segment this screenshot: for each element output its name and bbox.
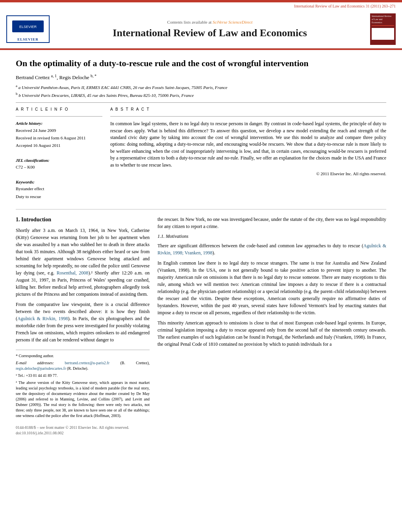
copyright-text: © 2011 Elsevier Inc. All rights reserved…: [110, 171, 386, 177]
article-info-panel: A R T I C L E I N F O Article history: R…: [16, 107, 102, 201]
divider-1: [16, 102, 386, 103]
right-paragraph-4: This minority American approach to omiss…: [157, 319, 386, 348]
sciverse-line: Contents lists available at SciVerse Sci…: [57, 19, 362, 25]
article-history-label: Article history:: [16, 120, 102, 126]
authors-line: Bertrand Crettez a, 1, Regis Deloche b, …: [16, 73, 386, 82]
jel-codes: C72 – K00: [16, 164, 102, 170]
journal-title-header: International Review of Law and Economic…: [57, 27, 362, 39]
email-deloche[interactable]: regis.deloche@parisdescartes.fr: [16, 366, 66, 371]
ref-rosenthal[interactable]: Rosenthal, 2008: [57, 270, 89, 276]
abstract-panel: A B S T R A C T In common law legal syst…: [110, 107, 386, 201]
received-date: Received 24 June 2009: [16, 128, 102, 133]
journal-thumbnail: International Reviewof Law andEconomics: [370, 13, 396, 45]
intro-section-title: 1. Introduction: [16, 216, 150, 224]
citation-text: International Review of Law and Economic…: [294, 4, 396, 8]
footnote-area: * Corresponding author. E-mail addresses…: [16, 350, 150, 419]
keyword-2: Duty to rescue: [16, 194, 102, 200]
article-title: On the optimality of a duty-to-rescue ru…: [16, 58, 386, 69]
footnote-2: ² The above version of the Kitty Genoves…: [16, 380, 150, 419]
right-paragraph-3: In English common law there is no legal …: [157, 260, 386, 316]
info-abstract-section: A R T I C L E I N F O Article history: R…: [16, 107, 386, 201]
journal-header: ELSEVIER ELSEVIER Contents lists availab…: [0, 10, 402, 48]
revised-date: Received in revised form 6 August 2011: [16, 135, 102, 141]
article-info-heading: A R T I C L E I N F O: [16, 107, 102, 112]
sciverse-label: Contents lists available at: [167, 20, 213, 24]
sciverse-link[interactable]: SciVerse ScienceDirect: [213, 20, 252, 24]
elsevier-logo: ELSEVIER ELSEVIER: [6, 15, 50, 43]
jel-label: JEL classification:: [16, 158, 102, 163]
citation-bar: International Review of Law and Economic…: [0, 2, 402, 10]
issn-text: 0144-8188/$ – see front matter © 2011 El…: [16, 425, 386, 430]
elsevier-text: ELSEVIER: [17, 37, 39, 42]
affiliation-b: b b Université Paris Descartes, LIRAES, …: [16, 91, 386, 98]
bottom-bar: 0144-8188/$ – see front matter © 2011 El…: [0, 423, 402, 437]
intro-paragraph-1: Shortly after 3 a.m. on March 13, 1964, …: [16, 227, 150, 298]
subsection-1-1-title: 1.1. Motivations: [157, 233, 386, 240]
abstract-heading: A B S T R A C T: [110, 107, 386, 112]
divider-info: [16, 116, 102, 117]
journal-thumb-text: International Reviewof Law andEconomics: [372, 15, 394, 24]
intro-paragraph-2: From the comparative law viewpoint, ther…: [16, 301, 150, 343]
elsevier-logo-img: ELSEVIER: [10, 19, 46, 36]
footnote-1: ¹ Tel.: +33 01 44 41 89 77.: [16, 373, 150, 378]
abstract-text: In common law legal systems, there is no…: [110, 120, 386, 169]
footnote-star: * Corresponding author.: [16, 353, 150, 359]
article-header: On the optimality of a duty-to-rescue ru…: [0, 50, 402, 209]
main-content: 1. Introduction Shortly after 3 a.m. on …: [0, 216, 402, 420]
keywords-label: Keywords:: [16, 179, 102, 185]
main-divider: [16, 209, 386, 209]
affiliation-a: a a Université Panthéon-Assas, Paris II,…: [16, 83, 386, 91]
left-column: 1. Introduction Shortly after 3 a.m. on …: [16, 216, 150, 420]
right-paragraph-2: There are significant differences betwee…: [157, 242, 386, 256]
header-center: Contents lists available at SciVerse Sci…: [50, 19, 370, 39]
ref-agulnick-2[interactable]: Agulnick & Rivkin, 1998; Vranken, 1998: [157, 243, 386, 256]
footnote-email: E-mail addresses: bertrand.crettez@u-par…: [16, 360, 150, 371]
email-crettez[interactable]: bertrand.crettez@u-paris2.fr: [65, 361, 109, 365]
right-paragraph-1: the rescuer. In New York, no one was inv…: [157, 216, 386, 230]
svg-text:ELSEVIER: ELSEVIER: [19, 25, 37, 29]
doi-text: doi:10.1016/j.irle.2011.08.002: [16, 430, 386, 436]
keyword-1: Bystander effect: [16, 186, 102, 192]
ref-agulnick-1[interactable]: Agulnick & Rivkin, 1998: [17, 316, 68, 321]
accepted-date: Accepted 16 August 2011: [16, 143, 102, 148]
divider-abstract: [110, 116, 386, 117]
right-column: the rescuer. In New York, no one was inv…: [157, 216, 386, 420]
